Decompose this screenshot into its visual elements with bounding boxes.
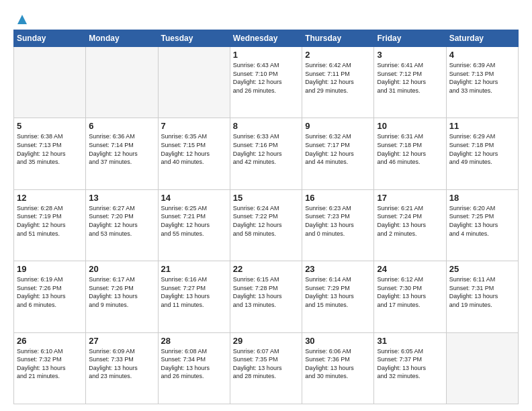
col-sunday: Sunday	[14, 30, 86, 47]
day-info: Sunrise: 6:08 AM Sunset: 7:34 PM Dayligh…	[161, 347, 227, 381]
table-row: 4Sunrise: 6:39 AM Sunset: 7:13 PM Daylig…	[446, 47, 518, 118]
day-info: Sunrise: 6:39 AM Sunset: 7:13 PM Dayligh…	[449, 61, 515, 95]
table-row: 18Sunrise: 6:20 AM Sunset: 7:25 PM Dayli…	[446, 189, 518, 261]
day-info: Sunrise: 6:10 AM Sunset: 7:32 PM Dayligh…	[17, 347, 83, 381]
day-info: Sunrise: 6:31 AM Sunset: 7:18 PM Dayligh…	[377, 132, 443, 166]
table-row: 5Sunrise: 6:38 AM Sunset: 7:13 PM Daylig…	[14, 118, 86, 189]
day-info: Sunrise: 6:36 AM Sunset: 7:14 PM Dayligh…	[89, 132, 154, 166]
col-wednesday: Wednesday	[230, 30, 302, 47]
day-info: Sunrise: 6:24 AM Sunset: 7:22 PM Dayligh…	[233, 204, 299, 238]
calendar-header-row: Sunday Monday Tuesday Wednesday Thursday…	[14, 30, 519, 47]
table-row: 14Sunrise: 6:25 AM Sunset: 7:21 PM Dayli…	[158, 189, 230, 261]
table-row: 3Sunrise: 6:41 AM Sunset: 7:12 PM Daylig…	[374, 47, 446, 118]
day-info: Sunrise: 6:32 AM Sunset: 7:17 PM Dayligh…	[305, 132, 371, 166]
day-number: 5	[17, 121, 83, 131]
day-info: Sunrise: 6:25 AM Sunset: 7:21 PM Dayligh…	[161, 204, 227, 238]
calendar-table: Sunday Monday Tuesday Wednesday Thursday…	[13, 30, 519, 404]
day-number: 2	[305, 50, 371, 60]
day-number: 1	[233, 50, 299, 60]
table-row: 2Sunrise: 6:42 AM Sunset: 7:11 PM Daylig…	[302, 47, 374, 118]
table-row: 10Sunrise: 6:31 AM Sunset: 7:18 PM Dayli…	[374, 118, 446, 189]
table-row: 7Sunrise: 6:35 AM Sunset: 7:15 PM Daylig…	[158, 118, 230, 189]
header	[13, 11, 519, 24]
day-info: Sunrise: 6:27 AM Sunset: 7:20 PM Dayligh…	[89, 204, 154, 238]
svg-marker-0	[17, 15, 27, 24]
day-number: 20	[89, 264, 154, 274]
table-row: 24Sunrise: 6:12 AM Sunset: 7:30 PM Dayli…	[374, 261, 446, 332]
day-info: Sunrise: 6:28 AM Sunset: 7:19 PM Dayligh…	[17, 204, 83, 238]
day-number: 12	[17, 193, 83, 203]
day-number: 28	[161, 336, 227, 346]
day-info: Sunrise: 6:43 AM Sunset: 7:10 PM Dayligh…	[233, 61, 299, 95]
day-info: Sunrise: 6:11 AM Sunset: 7:31 PM Dayligh…	[449, 275, 515, 309]
day-number: 22	[233, 264, 299, 274]
day-info: Sunrise: 6:42 AM Sunset: 7:11 PM Dayligh…	[305, 61, 371, 95]
col-thursday: Thursday	[302, 30, 374, 47]
day-info: Sunrise: 6:38 AM Sunset: 7:13 PM Dayligh…	[17, 132, 83, 166]
day-number: 6	[89, 121, 154, 131]
calendar-week-2: 5Sunrise: 6:38 AM Sunset: 7:13 PM Daylig…	[14, 118, 519, 189]
day-info: Sunrise: 6:07 AM Sunset: 7:35 PM Dayligh…	[233, 347, 299, 381]
day-number: 4	[449, 50, 515, 60]
table-row	[158, 47, 230, 118]
col-tuesday: Tuesday	[158, 30, 230, 47]
day-number: 18	[449, 193, 515, 203]
table-row: 12Sunrise: 6:28 AM Sunset: 7:19 PM Dayli…	[14, 189, 86, 261]
day-info: Sunrise: 6:41 AM Sunset: 7:12 PM Dayligh…	[377, 61, 443, 95]
day-info: Sunrise: 6:17 AM Sunset: 7:26 PM Dayligh…	[89, 275, 154, 309]
table-row: 6Sunrise: 6:36 AM Sunset: 7:14 PM Daylig…	[86, 118, 158, 189]
table-row: 8Sunrise: 6:33 AM Sunset: 7:16 PM Daylig…	[230, 118, 302, 189]
table-row: 13Sunrise: 6:27 AM Sunset: 7:20 PM Dayli…	[86, 189, 158, 261]
day-number: 21	[161, 264, 227, 274]
day-number: 23	[305, 264, 371, 274]
day-number: 25	[449, 264, 515, 274]
table-row: 28Sunrise: 6:08 AM Sunset: 7:34 PM Dayli…	[158, 332, 230, 404]
day-number: 7	[161, 121, 227, 131]
calendar-week-5: 26Sunrise: 6:10 AM Sunset: 7:32 PM Dayli…	[14, 332, 519, 404]
day-number: 16	[305, 193, 371, 203]
col-monday: Monday	[86, 30, 158, 47]
day-info: Sunrise: 6:06 AM Sunset: 7:36 PM Dayligh…	[305, 347, 371, 381]
day-number: 30	[305, 336, 371, 346]
day-number: 17	[377, 193, 443, 203]
table-row: 26Sunrise: 6:10 AM Sunset: 7:32 PM Dayli…	[14, 332, 86, 404]
day-number: 15	[233, 193, 299, 203]
table-row: 19Sunrise: 6:19 AM Sunset: 7:26 PM Dayli…	[14, 261, 86, 332]
day-number: 3	[377, 50, 443, 60]
day-info: Sunrise: 6:09 AM Sunset: 7:33 PM Dayligh…	[89, 347, 154, 381]
day-info: Sunrise: 6:15 AM Sunset: 7:28 PM Dayligh…	[233, 275, 299, 309]
day-number: 13	[89, 193, 154, 203]
day-info: Sunrise: 6:12 AM Sunset: 7:30 PM Dayligh…	[377, 275, 443, 309]
day-number: 10	[377, 121, 443, 131]
table-row: 22Sunrise: 6:15 AM Sunset: 7:28 PM Dayli…	[230, 261, 302, 332]
table-row: 31Sunrise: 6:05 AM Sunset: 7:37 PM Dayli…	[374, 332, 446, 404]
table-row	[86, 47, 158, 118]
table-row: 20Sunrise: 6:17 AM Sunset: 7:26 PM Dayli…	[86, 261, 158, 332]
day-number: 9	[305, 121, 371, 131]
logo-icon	[15, 12, 30, 27]
logo	[13, 11, 30, 24]
table-row: 21Sunrise: 6:16 AM Sunset: 7:27 PM Dayli…	[158, 261, 230, 332]
calendar-week-4: 19Sunrise: 6:19 AM Sunset: 7:26 PM Dayli…	[14, 261, 519, 332]
day-info: Sunrise: 6:14 AM Sunset: 7:29 PM Dayligh…	[305, 275, 371, 309]
day-info: Sunrise: 6:35 AM Sunset: 7:15 PM Dayligh…	[161, 132, 227, 166]
table-row	[446, 332, 518, 404]
day-info: Sunrise: 6:05 AM Sunset: 7:37 PM Dayligh…	[377, 347, 443, 381]
table-row: 11Sunrise: 6:29 AM Sunset: 7:18 PM Dayli…	[446, 118, 518, 189]
table-row: 29Sunrise: 6:07 AM Sunset: 7:35 PM Dayli…	[230, 332, 302, 404]
table-row: 17Sunrise: 6:21 AM Sunset: 7:24 PM Dayli…	[374, 189, 446, 261]
day-info: Sunrise: 6:20 AM Sunset: 7:25 PM Dayligh…	[449, 204, 515, 238]
day-number: 26	[17, 336, 83, 346]
page: Sunday Monday Tuesday Wednesday Thursday…	[0, 0, 532, 411]
col-saturday: Saturday	[446, 30, 518, 47]
table-row: 1Sunrise: 6:43 AM Sunset: 7:10 PM Daylig…	[230, 47, 302, 118]
col-friday: Friday	[374, 30, 446, 47]
day-number: 14	[161, 193, 227, 203]
day-info: Sunrise: 6:23 AM Sunset: 7:23 PM Dayligh…	[305, 204, 371, 238]
day-number: 8	[233, 121, 299, 131]
table-row: 27Sunrise: 6:09 AM Sunset: 7:33 PM Dayli…	[86, 332, 158, 404]
day-number: 31	[377, 336, 443, 346]
calendar-week-1: 1Sunrise: 6:43 AM Sunset: 7:10 PM Daylig…	[14, 47, 519, 118]
table-row: 16Sunrise: 6:23 AM Sunset: 7:23 PM Dayli…	[302, 189, 374, 261]
day-info: Sunrise: 6:33 AM Sunset: 7:16 PM Dayligh…	[233, 132, 299, 166]
